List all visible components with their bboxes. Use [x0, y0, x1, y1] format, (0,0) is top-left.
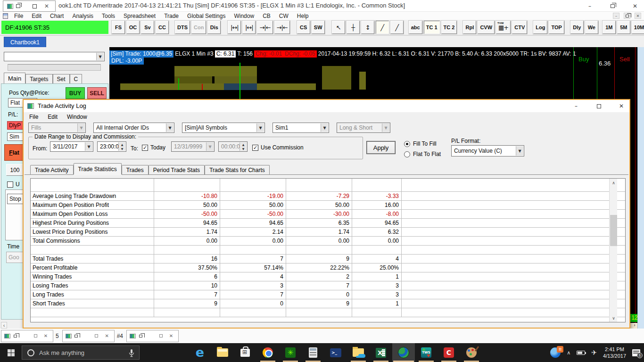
radio-selected-icon[interactable]	[404, 141, 410, 147]
toolbar-button-cs[interactable]: CS	[297, 21, 310, 34]
file-explorer-icon[interactable]	[211, 343, 234, 362]
tray-chevron-up-icon[interactable]: ∧	[567, 350, 570, 356]
toolbar-button-sw[interactable]: SW	[312, 21, 325, 34]
menu-file[interactable]: File	[10, 13, 27, 19]
restore-icon[interactable]	[624, 13, 630, 19]
flat-to-flat-radio[interactable]: Flat To Flat	[404, 151, 441, 157]
menu-spreadsheet[interactable]: Spreadsheet	[119, 13, 160, 19]
scroll-left-icon[interactable]: ‹	[1, 322, 7, 329]
vertical-measure-icon[interactable]: ↕	[361, 21, 374, 34]
trade-panel-tab-set[interactable]: Set	[53, 74, 70, 83]
pointer-tool-icon[interactable]: ↖	[332, 21, 345, 34]
restore-icon[interactable]	[14, 2, 22, 10]
scale-range-icon[interactable]: |↔|	[228, 21, 241, 34]
maximize-icon[interactable]	[31, 2, 38, 10]
maximize-icon[interactable]	[157, 333, 164, 339]
today-checkbox-row[interactable]: ✓ Today	[142, 144, 165, 151]
chevron-down-icon[interactable]: ▼	[96, 53, 104, 60]
close-icon[interactable]: ✕	[635, 13, 641, 19]
checkbox-unchecked-icon[interactable]	[7, 181, 13, 188]
radio-unselected-icon[interactable]	[404, 151, 410, 157]
quantity-button[interactable]: 100	[6, 164, 24, 176]
compress-bars-icon[interactable]: →|←	[257, 21, 272, 34]
minimize-icon[interactable]: –	[586, 2, 594, 10]
menu-chart[interactable]: Chart	[46, 13, 68, 19]
powershell-icon[interactable]: >_	[324, 343, 347, 362]
menu-tools[interactable]: Tools	[98, 13, 119, 19]
chrome-icon[interactable]	[256, 343, 279, 362]
toolbar-button-5m[interactable]: 5M	[617, 21, 630, 34]
menu-cb[interactable]: CB	[258, 13, 275, 19]
toolbar-button-ctv[interactable]: CTV	[512, 21, 527, 34]
toolbar-button-dts[interactable]: DTS	[175, 21, 190, 34]
menu-trade[interactable]: Trade	[160, 13, 183, 19]
chart-vertical-scrollbar[interactable]	[637, 47, 644, 329]
toolbar-button-top[interactable]: TOP	[549, 21, 564, 34]
toolbar-button-abc[interactable]: abc	[409, 21, 422, 34]
chevron-down-icon[interactable]: ▼	[321, 123, 328, 132]
chevron-down-icon[interactable]: ▼	[256, 123, 264, 132]
paint-icon[interactable]	[460, 343, 483, 362]
dialog-tab-trade-stats-for-charts[interactable]: Trade Stats for Charts	[205, 165, 270, 174]
search-input[interactable]: Ask me anything	[22, 346, 140, 360]
maximize-icon[interactable]	[32, 333, 39, 339]
toolbar-button-cc[interactable]: CC	[156, 21, 169, 34]
dialog-title-bar[interactable]: Trade Activity Log – ✕	[24, 100, 629, 112]
dialog-tab-trade-statistics[interactable]: Trade Statistics	[74, 163, 122, 174]
maximize-icon[interactable]	[594, 102, 603, 110]
use-commission-checkbox-row[interactable]: ✓ Use Commission	[252, 144, 304, 151]
spin-down-icon[interactable]: ▼	[119, 147, 125, 151]
spin-up-icon[interactable]: ▲	[119, 142, 125, 147]
crosshair-tool-icon[interactable]: ┼	[347, 21, 360, 34]
menu-window[interactable]: Window	[230, 13, 258, 19]
restore-icon[interactable]	[608, 2, 617, 10]
menu-help[interactable]: Help	[293, 13, 313, 19]
toolbar-button-fs[interactable]: FS	[112, 21, 125, 34]
apply-button[interactable]: Apply	[366, 141, 396, 154]
trade-volume-window-icon[interactable]: ▦+TVW	[496, 21, 511, 34]
excel-icon[interactable]: X	[370, 343, 392, 362]
microphone-icon[interactable]	[129, 349, 134, 359]
toolbar-button-we[interactable]: We	[585, 21, 598, 34]
edge-icon[interactable]: e	[189, 343, 211, 362]
start-button[interactable]	[0, 343, 22, 362]
table-vertical-scrollbar[interactable]: ∧ ∨	[609, 179, 617, 322]
trade-panel-tab-targets[interactable]: Targets	[25, 74, 52, 83]
menu-cw[interactable]: CW	[275, 13, 293, 19]
chevron-down-icon[interactable]: ▼	[166, 123, 173, 132]
alert-badge-icon[interactable]: !!	[550, 347, 561, 358]
dialog-tab-period-trade-stats[interactable]: Period Trade Stats	[149, 165, 205, 174]
store-icon[interactable]	[234, 343, 256, 362]
calculator-icon[interactable]	[302, 343, 324, 362]
dialog-menu-edit[interactable]: Edit	[43, 114, 62, 120]
toolbar-button-log[interactable]: Log	[533, 21, 547, 34]
minimize-icon[interactable]: –	[572, 102, 580, 110]
minimized-window-bar[interactable]: ✕	[62, 330, 115, 342]
sell-button[interactable]: SELL	[87, 87, 107, 99]
menu-edit[interactable]: Edit	[27, 13, 46, 19]
toolbar-button-1m[interactable]: 1M	[603, 21, 616, 34]
close-icon[interactable]: ✕	[104, 333, 110, 339]
floating-minimized-window[interactable]: ✕	[3, 0, 56, 12]
dialog-tab-trade-activity[interactable]: Trade Activity	[30, 165, 74, 174]
tab-chartbook1[interactable]: Chartbook1	[4, 37, 46, 47]
restore-icon[interactable]	[12, 333, 18, 339]
filter-combo-all-internal-order-ids[interactable]: All Internal Order IDs▼	[93, 123, 174, 133]
dialog-menu-window[interactable]: Window	[62, 114, 92, 120]
toolbar-button-dis[interactable]: Dis	[207, 21, 221, 34]
green-app-icon[interactable]: ✳	[279, 343, 302, 362]
toolbar-button-rpl[interactable]: Rpl	[463, 21, 476, 34]
toolbar-button-dly[interactable]: Dly	[570, 21, 584, 34]
comodo-icon[interactable]: C	[438, 343, 460, 362]
close-icon[interactable]: ✕	[43, 2, 50, 10]
fill-to-fill-radio[interactable]: Fill To Fill	[404, 140, 437, 147]
toolbar-button-tc-2[interactable]: TC 2	[441, 21, 457, 34]
toolbar-button-10m[interactable]: 10M	[632, 21, 644, 34]
toolbar-button-cvw[interactable]: CVW	[478, 21, 495, 34]
chevron-down-icon[interactable]: ▼	[85, 142, 92, 151]
close-icon[interactable]: ✕	[42, 333, 49, 339]
dialog-menu-file[interactable]: File	[25, 114, 43, 120]
close-icon[interactable]: ✕	[631, 2, 639, 10]
airplane-mode-icon[interactable]: ✈	[591, 349, 597, 356]
sierra-chart-globe-icon[interactable]	[392, 343, 415, 362]
